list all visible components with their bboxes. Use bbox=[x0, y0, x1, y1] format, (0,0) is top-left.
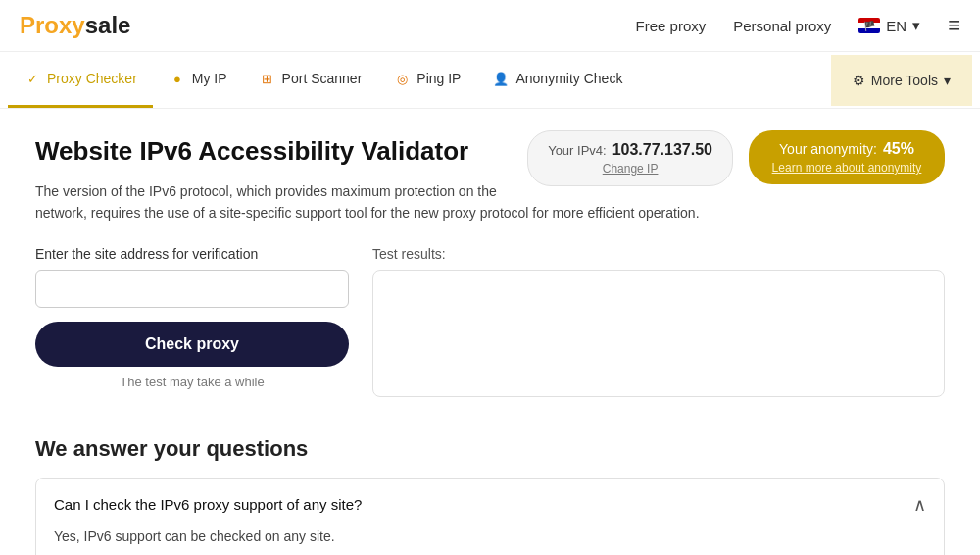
anonymity-icon: 👤 bbox=[492, 70, 510, 87]
faq-answer-0: Yes, IPv6 support can be checked on any … bbox=[54, 526, 926, 547]
tool-section: Enter the site address for verification … bbox=[35, 246, 945, 397]
main-content: Your IPv4: 103.77.137.50 Change IP Your … bbox=[16, 109, 964, 555]
ping-ip-icon: ◎ bbox=[393, 70, 411, 87]
tab-port-scanner[interactable]: ⊞ Port Scanner bbox=[243, 52, 378, 108]
tool-left: Enter the site address for verification … bbox=[35, 246, 349, 397]
nav-free-proxy[interactable]: Free proxy bbox=[636, 18, 707, 34]
results-box bbox=[372, 270, 945, 397]
anonymity-value: 45% bbox=[883, 140, 914, 158]
faq-question-row-0[interactable]: Can I check the IPv6 proxy support of an… bbox=[54, 494, 926, 516]
tab-my-ip-label: My IP bbox=[192, 71, 227, 86]
anonymity-card: Your anonymity: 45% Learn more about ano… bbox=[749, 130, 945, 184]
nav-personal-proxy[interactable]: Personal proxy bbox=[733, 18, 831, 34]
tool-right: Test results: bbox=[372, 246, 945, 397]
tab-ping-ip-label: Ping IP bbox=[416, 71, 461, 86]
faq-title: We answer your questions bbox=[35, 436, 945, 462]
tab-anonymity-check-label: Anonymity Check bbox=[515, 71, 622, 86]
nav-tabs: ✓ Proxy Checker ● My IP ⊞ Port Scanner ◎… bbox=[0, 52, 980, 109]
my-ip-icon: ● bbox=[169, 70, 186, 87]
results-label: Test results: bbox=[372, 246, 945, 262]
proxy-checker-icon: ✓ bbox=[24, 70, 41, 87]
learn-anonymity-link[interactable]: Learn more about anonymity bbox=[768, 161, 925, 175]
faq-question-0: Can I check the IPv6 proxy support of an… bbox=[54, 496, 362, 513]
more-tools-button[interactable]: ⚙ More Tools ▾ bbox=[831, 55, 972, 106]
info-bar: Your IPv4: 103.77.137.50 Change IP Your … bbox=[527, 130, 945, 186]
faq-chevron-icon-0: ∧ bbox=[913, 494, 926, 516]
more-tools-chevron-icon: ▾ bbox=[944, 73, 951, 88]
tab-proxy-checker[interactable]: ✓ Proxy Checker bbox=[8, 52, 153, 108]
ip-value: 103.77.137.50 bbox=[612, 141, 712, 159]
menu-icon[interactable]: ≡ bbox=[948, 13, 960, 38]
input-label: Enter the site address for verification bbox=[35, 246, 349, 262]
lang-label: EN bbox=[886, 18, 906, 34]
logo[interactable]: Proxysale bbox=[20, 12, 130, 39]
page-description: The version of the IPv6 protocol, which … bbox=[35, 180, 945, 225]
logo-proxy: Proxy bbox=[20, 12, 85, 38]
flag-icon: 🏴 bbox=[858, 18, 880, 33]
more-tools-icon: ⚙ bbox=[853, 73, 865, 88]
anonymity-label: Your anonymity: bbox=[779, 141, 877, 157]
change-ip-link[interactable]: Change IP bbox=[548, 162, 712, 176]
tab-port-scanner-label: Port Scanner bbox=[282, 71, 363, 86]
tab-anonymity-check[interactable]: 👤 Anonymity Check bbox=[476, 52, 638, 108]
ip-label: Your IPv4: bbox=[548, 143, 607, 158]
chevron-down-icon: ▾ bbox=[912, 17, 920, 34]
site-address-input[interactable] bbox=[35, 270, 349, 308]
hint-text: The test may take a while bbox=[35, 375, 349, 389]
faq-item-0: Can I check the IPv6 proxy support of an… bbox=[35, 478, 945, 555]
header-nav: Free proxy Personal proxy 🏴 EN ▾ ≡ bbox=[636, 13, 960, 38]
lang-selector[interactable]: 🏴 EN ▾ bbox=[858, 17, 920, 34]
logo-sale: sale bbox=[85, 12, 131, 38]
faq-section: We answer your questions Can I check the… bbox=[35, 427, 945, 555]
tab-my-ip[interactable]: ● My IP bbox=[153, 52, 243, 108]
port-scanner-icon: ⊞ bbox=[259, 70, 276, 87]
check-proxy-button[interactable]: Check proxy bbox=[35, 322, 349, 367]
more-tools-label: More Tools bbox=[871, 73, 938, 88]
tab-ping-ip[interactable]: ◎ Ping IP bbox=[377, 52, 476, 108]
header: Proxysale Free proxy Personal proxy 🏴 EN… bbox=[0, 0, 980, 52]
tab-proxy-checker-label: Proxy Checker bbox=[47, 71, 137, 86]
ip-card: Your IPv4: 103.77.137.50 Change IP bbox=[527, 130, 733, 186]
